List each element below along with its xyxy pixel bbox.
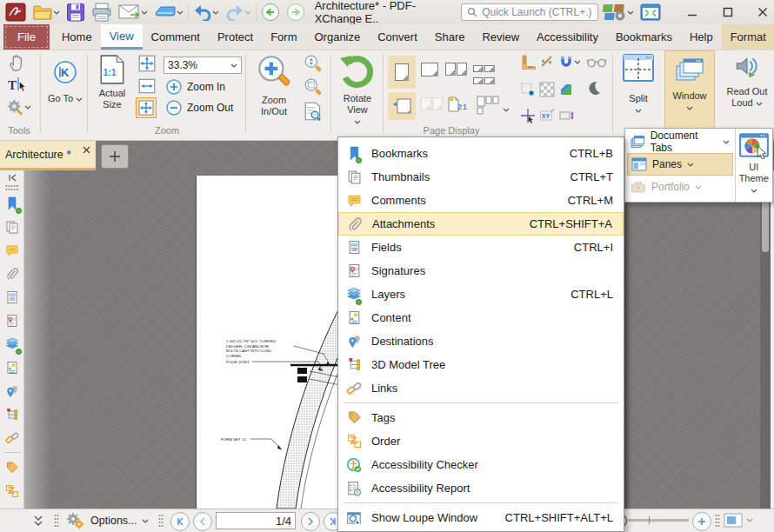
rotate-view-button[interactable]: Rotate View bbox=[334, 52, 381, 127]
dynamic-zoom-icon[interactable] bbox=[303, 54, 324, 77]
menu-item-links[interactable]: Links bbox=[338, 376, 624, 400]
tab-bookmarks[interactable]: Bookmarks bbox=[607, 24, 681, 50]
ui-options-button[interactable] bbox=[601, 2, 636, 23]
tab-help[interactable]: Help bbox=[681, 24, 722, 50]
fit-visible-icon[interactable] bbox=[136, 97, 157, 118]
page-number-input[interactable]: 1/4 bbox=[216, 512, 296, 529]
fit-page-icon[interactable] bbox=[137, 54, 157, 76]
statusbar-collapse-icon[interactable] bbox=[33, 515, 43, 529]
menu-item-bookmarks[interactable]: BookmarksCTRL+B bbox=[338, 142, 624, 165]
sidebar-layers-icon[interactable] bbox=[2, 332, 23, 356]
sidebar-thumbnails-icon[interactable] bbox=[2, 215, 23, 238]
menu-item-content[interactable]: Content bbox=[338, 306, 624, 329]
print-button[interactable] bbox=[90, 2, 114, 23]
minimize-button[interactable] bbox=[681, 2, 704, 23]
statusbar-grip2[interactable] bbox=[158, 514, 163, 528]
menu-item-tags[interactable]: Tags bbox=[338, 406, 624, 429]
undo-button[interactable] bbox=[191, 2, 221, 23]
sidebar-bookmarks-icon[interactable] bbox=[2, 191, 23, 215]
document-tabs-item[interactable]: Document Tabs bbox=[627, 130, 733, 153]
loupe-icon[interactable] bbox=[303, 101, 324, 124]
tab-file[interactable]: File bbox=[3, 24, 50, 50]
split-button[interactable]: Split bbox=[616, 52, 661, 116]
two-pages-continuous-icon[interactable] bbox=[473, 63, 495, 87]
back-button[interactable] bbox=[259, 2, 282, 23]
redo-button[interactable] bbox=[224, 2, 253, 23]
menu-item-fields[interactable]: FieldsCTRL+I bbox=[338, 236, 624, 259]
menu-item-accessibility-report[interactable]: Accessibility Report bbox=[338, 476, 624, 500]
single-page-button[interactable] bbox=[388, 56, 416, 89]
statusbar-grip3[interactable] bbox=[715, 514, 720, 528]
reading-order-icon[interactable]: 21 bbox=[445, 96, 468, 116]
vertical-scrollbar[interactable] bbox=[760, 170, 771, 509]
statusbar-settings-icon[interactable] bbox=[66, 512, 85, 532]
forward-button[interactable] bbox=[284, 2, 307, 23]
tab-share[interactable]: Share bbox=[426, 24, 474, 50]
marquee-zoom-icon[interactable] bbox=[303, 77, 324, 101]
sidebar-tags-icon[interactable] bbox=[2, 456, 23, 479]
menu-item-comments[interactable]: CommentsCTRL+M bbox=[338, 189, 624, 212]
xy-coordinates-icon[interactable]: XY bbox=[539, 108, 555, 126]
zoom-in-button[interactable]: Zoom In bbox=[165, 78, 225, 96]
goto-button[interactable]: K Go To bbox=[45, 54, 85, 104]
menu-item-layers[interactable]: LayersCTRL+L bbox=[338, 283, 624, 306]
actual-size-button[interactable]: 1:1 Actual Size bbox=[92, 54, 132, 110]
crosshair-pointer-icon[interactable] bbox=[520, 108, 536, 126]
resize-page-icon[interactable] bbox=[558, 108, 574, 126]
zoom-out-button[interactable]: Zoom Out bbox=[165, 99, 233, 116]
quick-launch-input[interactable]: Quick Launch (CTRL+.) bbox=[461, 3, 598, 21]
tools-settings-icon[interactable] bbox=[5, 97, 31, 116]
night-mode-icon[interactable] bbox=[586, 80, 602, 98]
magnet-icon[interactable] bbox=[558, 54, 581, 70]
menu-item-thumbnails[interactable]: ThumbnailsCTRL+T bbox=[338, 165, 624, 189]
cover-mode-icon[interactable] bbox=[477, 96, 499, 117]
tab-home[interactable]: Home bbox=[53, 24, 101, 50]
menu-item-signatures[interactable]: Signatures bbox=[338, 259, 624, 283]
new-tab-button[interactable] bbox=[101, 144, 129, 169]
page-fit-mode-button[interactable] bbox=[724, 513, 753, 528]
email-button[interactable] bbox=[117, 2, 150, 23]
zoom-level-select[interactable]: 33.3% bbox=[163, 57, 242, 74]
menu-item-order[interactable]: Order bbox=[338, 429, 624, 453]
save-button[interactable] bbox=[64, 2, 87, 23]
sidebar-signatures-icon[interactable] bbox=[2, 309, 23, 332]
page-curl-icon[interactable] bbox=[558, 82, 574, 100]
zoom-in-status-button[interactable] bbox=[692, 512, 711, 531]
dual-page-disabled-icon[interactable] bbox=[421, 97, 443, 113]
next-page-button[interactable] bbox=[301, 512, 320, 531]
sidebar-comments-icon[interactable] bbox=[2, 238, 23, 262]
menu-item-3d-model-tree[interactable]: 3D Model Tree bbox=[338, 353, 624, 376]
select-text-icon[interactable]: T bbox=[7, 75, 28, 98]
scrolling-pages-button[interactable] bbox=[388, 92, 416, 120]
options-button[interactable]: Options... bbox=[90, 515, 149, 527]
sidebar-destinations-icon[interactable] bbox=[2, 379, 23, 402]
sidebar-collapse-icon[interactable] bbox=[2, 170, 23, 184]
fit-width-icon[interactable] bbox=[137, 77, 157, 97]
tab-protect[interactable]: Protect bbox=[209, 24, 262, 50]
tab-format[interactable]: Format bbox=[722, 24, 774, 50]
statusbar-grip[interactable] bbox=[54, 514, 59, 528]
window-button[interactable]: Window bbox=[664, 50, 715, 130]
scan-button[interactable] bbox=[152, 2, 185, 23]
first-page-button[interactable] bbox=[170, 512, 190, 531]
zoom-slider-track[interactable] bbox=[628, 519, 689, 522]
continuous-page-icon[interactable] bbox=[421, 63, 438, 79]
close-button[interactable] bbox=[751, 2, 774, 23]
tab-view[interactable]: View bbox=[101, 24, 143, 50]
sidebar-links-icon[interactable] bbox=[2, 426, 23, 449]
hand-tool-icon[interactable] bbox=[7, 52, 28, 76]
page-display-more-chevron[interactable] bbox=[503, 103, 510, 115]
tab-close-icon[interactable] bbox=[83, 146, 90, 154]
transparency-grid-icon[interactable] bbox=[539, 82, 555, 100]
two-pages-icon[interactable] bbox=[445, 63, 467, 78]
sidebar-attachments-icon[interactable] bbox=[2, 262, 23, 285]
zoom-inout-button[interactable]: Zoom In/Out bbox=[249, 52, 299, 117]
sidebar-grip[interactable] bbox=[5, 184, 19, 191]
tab-review[interactable]: Review bbox=[473, 24, 528, 50]
menu-item-accessibility-checker[interactable]: Accessibility Checker bbox=[338, 453, 624, 476]
tab-comment[interactable]: Comment bbox=[143, 24, 209, 50]
fullscreen-button[interactable] bbox=[638, 2, 663, 23]
menu-item-show-loupe-window[interactable]: Show Loupe WindowCTRL+SHIFT+ALT+L bbox=[338, 506, 624, 529]
sidebar-fields-icon[interactable] bbox=[2, 285, 23, 309]
snap-icon[interactable] bbox=[539, 54, 555, 72]
